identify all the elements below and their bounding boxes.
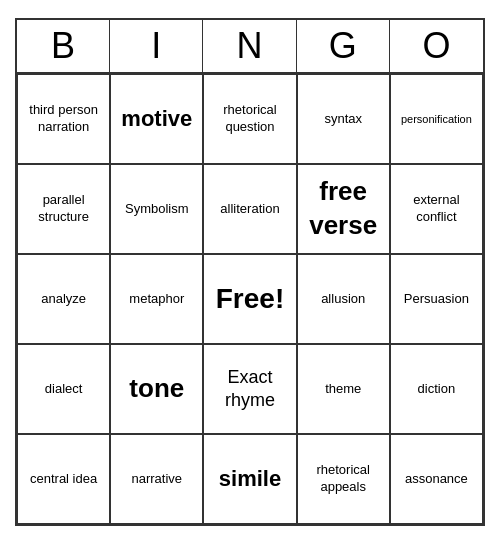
- bingo-cell: free verse: [297, 164, 390, 254]
- bingo-cell: Exact rhyme: [203, 344, 296, 434]
- bingo-cell: simile: [203, 434, 296, 524]
- bingo-header-letter: G: [297, 20, 390, 72]
- bingo-cell: motive: [110, 74, 203, 164]
- bingo-cell: personification: [390, 74, 483, 164]
- bingo-cell: tone: [110, 344, 203, 434]
- bingo-cell: narrative: [110, 434, 203, 524]
- bingo-card: BINGO third person narrationmotiverhetor…: [15, 18, 485, 526]
- bingo-header-letter: N: [203, 20, 296, 72]
- bingo-cell: rhetorical appeals: [297, 434, 390, 524]
- bingo-cell: Persuasion: [390, 254, 483, 344]
- bingo-cell: third person narration: [17, 74, 110, 164]
- bingo-cell: syntax: [297, 74, 390, 164]
- bingo-cell: external conflict: [390, 164, 483, 254]
- bingo-cell: analyze: [17, 254, 110, 344]
- bingo-grid: third person narrationmotiverhetorical q…: [17, 74, 483, 524]
- bingo-cell: theme: [297, 344, 390, 434]
- bingo-cell: parallel structure: [17, 164, 110, 254]
- bingo-cell: Free!: [203, 254, 296, 344]
- bingo-cell: metaphor: [110, 254, 203, 344]
- bingo-cell: Symbolism: [110, 164, 203, 254]
- bingo-header-letter: I: [110, 20, 203, 72]
- bingo-header-letter: B: [17, 20, 110, 72]
- bingo-cell: assonance: [390, 434, 483, 524]
- bingo-header-letter: O: [390, 20, 483, 72]
- bingo-header: BINGO: [17, 20, 483, 74]
- bingo-cell: allusion: [297, 254, 390, 344]
- bingo-cell: alliteration: [203, 164, 296, 254]
- bingo-cell: central idea: [17, 434, 110, 524]
- bingo-cell: diction: [390, 344, 483, 434]
- bingo-cell: dialect: [17, 344, 110, 434]
- bingo-cell: rhetorical question: [203, 74, 296, 164]
